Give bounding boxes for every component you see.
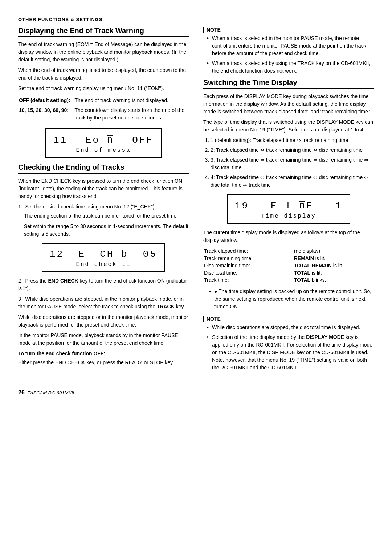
status-row-3: Disc total time: TOTAL is lit. (204, 270, 373, 276)
section3-item-list: 1 (default setting): Track elapsed time … (203, 137, 374, 189)
display-mid-echk: E_ CH b (78, 249, 128, 260)
section2-title: Checking the Ending of Tracks (18, 163, 189, 174)
display-line2-echk: End check ti (50, 261, 157, 268)
section2-sub-heading: To turn the end check function OFF: (18, 350, 189, 357)
section3-bullet-1: ● The time display setting is backed up … (209, 288, 374, 311)
footer: 26 TASCAM RC-601MKII (18, 386, 374, 396)
display-num-time: 19 (235, 200, 249, 211)
status-value-4: TOTAL blinks. (294, 277, 373, 283)
section2-para4: Either press the END CHECK key, or press… (18, 359, 189, 366)
display-line1-echk: 12 E_ CH b 05 (50, 249, 157, 260)
section3-para-after: The current time display mode is display… (203, 229, 374, 244)
status-label-2: Disc remaining time: (204, 262, 293, 269)
status-row-4: Track time: TOTAL blinks. (204, 277, 373, 283)
def-label-nums: 10, 15, 20, 30, 60, 90: (19, 106, 74, 122)
def-row-off: OFF (default setting): The end of track … (19, 96, 188, 105)
def-desc-off: The end of track warning is not displaye… (75, 96, 188, 105)
display-right-time: 1 (335, 200, 342, 211)
display-box-time: 19 E l n̅E 1 Time display (227, 194, 350, 224)
status-label-0: Track elapsed time: (204, 248, 293, 254)
status-value-3: TOTAL is lit. (294, 270, 373, 276)
two-col-layout: Displaying the End of Track Warning The … (18, 27, 374, 375)
status-label-3: Disc total time: (204, 270, 293, 276)
display-mid-eom: Eo n̅ (86, 134, 114, 146)
display-line2-eom: End of messa (53, 147, 154, 154)
note2-item-2: Selection of the time display mode by th… (207, 333, 374, 372)
section3-para2: The type of time display that is switche… (203, 118, 374, 134)
status-row-0: Track elapsed time: (no display) (204, 248, 373, 254)
section1-para1: The end of track warning (EOM = End of M… (18, 41, 189, 64)
section3-bullet-list: ● The time display setting is backed up … (203, 288, 374, 311)
display-text-eom: End of messa (76, 147, 131, 154)
section2-step2: 2 Press the END CHECK key to turn the en… (18, 277, 189, 292)
section2-step1-sub1: The ending section of the track can be m… (18, 212, 189, 220)
left-column: Displaying the End of Track Warning The … (18, 27, 189, 375)
display-line2-time: Time display (235, 213, 342, 219)
note-block-2: NOTE While disc operations are stopped, … (203, 316, 374, 372)
section3-para1: Each press of the DISPLAY MODE key durin… (203, 93, 374, 116)
note1-label: NOTE (203, 27, 224, 33)
section3-item-4: 4: Track elapsed time ⇔ track remaining … (211, 174, 374, 189)
status-table: Track elapsed time: (no display) Track r… (203, 247, 374, 284)
def-table: OFF (default setting): The end of track … (18, 95, 189, 123)
display-text-echk: End check ti (76, 261, 131, 268)
section2-para2: While disc operations are stopped or in … (18, 313, 189, 329)
status-value-1: REMAIN is lit. (294, 255, 373, 262)
display-box-echk: 12 E_ CH b 05 End check ti (42, 243, 165, 272)
page-number: 26 (18, 389, 25, 396)
display-box-eom: 11 Eo n̅ OFF End of messa (45, 128, 162, 158)
display-text-time: Time display (261, 213, 316, 219)
def-label-off: OFF (default setting): (19, 96, 74, 105)
note1-list: When a track is selected in the monitor … (203, 35, 374, 75)
top-rule (18, 15, 374, 15)
section1-title: Displaying the End of Track Warning (18, 27, 189, 37)
def-row-nums: 10, 15, 20, 30, 60, 90: The countdown di… (19, 106, 188, 122)
status-label-4: Track time: (204, 277, 293, 283)
display-line1-eom: 11 Eo n̅ OFF (53, 134, 154, 146)
section3-item-3: 3: Track elapsed time ⇔ track remaining … (211, 156, 374, 171)
status-row-1: Track remaining time: REMAIN is lit. (204, 255, 373, 262)
status-row-2: Disc remaining time: TOTAL REMAIN is lit… (204, 262, 373, 269)
right-column: NOTE When a track is selected in the mon… (203, 27, 374, 375)
section3-item-1: 1 (default setting): Track elapsed time … (211, 137, 374, 144)
section2-step1-label: 1 Set the desired check time using menu … (18, 203, 189, 211)
note1-item-1: When a track is selected in the monitor … (207, 35, 374, 57)
note1-item-2: When a track is selected by using the TR… (207, 60, 374, 75)
note2-label: NOTE (203, 316, 224, 322)
section1-para2: When the end of track warning is set to … (18, 66, 189, 82)
footer-model: TASCAM RC-601MKII (28, 390, 74, 396)
status-label-1: Track remaining time: (204, 255, 293, 262)
page-wrapper: OTHER FUNCTIONS & SETTINGS Displaying th… (18, 15, 374, 396)
section2-step1-sub2: Set within the range 5 to 30 seconds in … (18, 223, 189, 238)
status-value-0: (no display) (294, 248, 373, 254)
section2-para1: When the END CHECK key is pressed to tur… (18, 177, 189, 200)
display-mid-time: E l n̅E (271, 200, 314, 211)
note2-list: While disc operations are stopped, the d… (203, 324, 374, 372)
section3-bullet-text: ● (214, 288, 217, 294)
section1-para3: Set the end of track warning display usi… (18, 85, 189, 92)
note-block-1: NOTE When a track is selected in the mon… (203, 27, 374, 75)
display-num-eom: 11 (53, 135, 68, 146)
display-right-echk: 05 (143, 249, 157, 260)
display-line1-time: 19 E l n̅E 1 (235, 200, 342, 211)
section2-para3: In the monitor PAUSE mode, playback stan… (18, 332, 189, 347)
display-num-echk: 12 (50, 249, 64, 260)
section3-item-2: 2: Track elapsed time ⇔ track remaining … (211, 146, 374, 154)
status-value-2: TOTAL REMAIN is lit. (294, 262, 373, 269)
section3-title: Switching the Time Display (203, 78, 374, 89)
def-desc-nums: The countdown display starts from the en… (75, 106, 188, 122)
note2-item-1: While disc operations are stopped, the d… (207, 324, 374, 331)
section-header: OTHER FUNCTIONS & SETTINGS (18, 17, 374, 22)
section2-step3: 3 While disc operations are stopped, in … (18, 295, 189, 311)
display-right-eom: OFF (132, 135, 154, 146)
